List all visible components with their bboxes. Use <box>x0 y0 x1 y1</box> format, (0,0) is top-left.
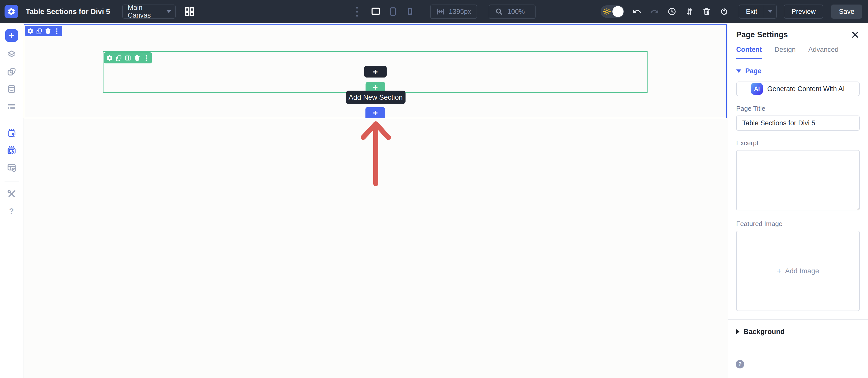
section-more-options-icon[interactable] <box>54 28 60 34</box>
design-presets-icon[interactable] <box>7 67 17 76</box>
row-columns-icon[interactable] <box>124 55 131 61</box>
background-section-label: Background <box>744 328 784 336</box>
close-icon[interactable] <box>850 30 860 39</box>
tools-icon[interactable] <box>7 189 17 199</box>
preview-button[interactable]: Preview <box>784 4 823 19</box>
background-section-toggle[interactable]: Background <box>736 328 860 336</box>
section-settings-icon[interactable] <box>27 28 34 34</box>
add-image-label: Add Image <box>785 267 819 275</box>
theme-toggle[interactable] <box>600 5 624 18</box>
canvas-selector-dropdown[interactable]: Main Canvas <box>122 4 176 19</box>
history-icon[interactable] <box>668 7 677 16</box>
excerpt-label: Excerpt <box>736 139 860 147</box>
help-icon[interactable]: ? <box>7 207 17 216</box>
add-image-dropzone[interactable]: + Add Image <box>736 231 860 311</box>
section-delete-icon[interactable] <box>44 28 52 34</box>
row-settings-icon[interactable] <box>106 55 113 61</box>
exit-button[interactable]: Exit <box>739 4 777 19</box>
plus-icon: + <box>373 83 378 92</box>
panel-title: Page Settings <box>736 30 788 39</box>
responsive-controls: 1395px 100% <box>356 4 536 19</box>
tablet-view-icon[interactable] <box>388 6 398 16</box>
canvas-selector-label: Main Canvas <box>128 4 166 20</box>
plus-icon: + <box>777 267 781 275</box>
add-section-plus-button[interactable]: + <box>366 107 385 118</box>
page-settings-panel: Page Settings Content Design Advanced Pa… <box>728 23 868 378</box>
gear-icon <box>7 7 16 16</box>
zoom-magnifier-icon <box>495 7 503 16</box>
database-icon[interactable] <box>7 84 17 94</box>
add-module-plus-button[interactable]: + <box>364 66 386 77</box>
canvas-width-value: 1395px <box>449 8 471 15</box>
phone-view-icon[interactable] <box>405 6 415 16</box>
add-new-section-tooltip: Add New Section <box>346 91 405 104</box>
annotation-arrow-up <box>354 120 397 187</box>
row-more-options-icon[interactable] <box>143 55 150 61</box>
plus-icon: + <box>373 108 378 117</box>
builder-canvas[interactable]: + + + Add New Section <box>24 23 728 378</box>
trash-icon[interactable] <box>702 7 711 16</box>
add-module-button[interactable]: + <box>5 29 18 42</box>
table-preview-icon[interactable] <box>7 163 17 172</box>
exit-dropdown[interactable] <box>764 10 776 13</box>
section-toolbar <box>25 26 62 36</box>
exit-label: Exit <box>739 8 764 15</box>
sidebar-divider <box>4 181 19 181</box>
zoom-value: 100% <box>507 8 525 15</box>
tab-content[interactable]: Content <box>736 46 762 59</box>
save-label: Save <box>839 8 855 15</box>
undo-icon[interactable] <box>632 7 642 16</box>
page-section-toggle[interactable]: Page <box>736 67 860 75</box>
view-options-menu-icon[interactable] <box>356 7 358 16</box>
canvas-width-input[interactable]: 1395px <box>430 4 477 19</box>
featured-image-label: Featured Image <box>736 220 860 228</box>
row-duplicate-icon[interactable] <box>116 55 122 61</box>
layers-icon[interactable] <box>7 49 17 59</box>
left-sidebar: + ? <box>0 23 24 378</box>
ai-button-label: Generate Content With AI <box>767 85 845 93</box>
question-glyph: ? <box>738 361 742 368</box>
chevron-down-icon <box>166 10 171 13</box>
zoom-input[interactable]: 100% <box>489 4 535 19</box>
desktop-view-icon[interactable] <box>371 6 381 16</box>
tooltip-label: Add New Section <box>348 93 403 101</box>
page-title-input[interactable] <box>736 115 860 131</box>
section-duplicate-icon[interactable] <box>36 28 42 34</box>
sort-arrows-icon[interactable] <box>685 7 694 16</box>
toggle-knob <box>613 6 623 17</box>
list-view-icon[interactable] <box>7 102 17 111</box>
row-outline[interactable]: + + <box>103 51 648 93</box>
click-mode-icon[interactable] <box>7 145 17 155</box>
panel-footer: ? <box>728 350 868 378</box>
width-resize-icon <box>436 7 445 16</box>
row-delete-icon[interactable] <box>133 55 141 61</box>
layout-grid-icon[interactable] <box>184 6 195 17</box>
hover-mode-icon[interactable] <box>7 128 17 138</box>
divi-logo[interactable] <box>4 5 18 19</box>
preview-label: Preview <box>792 8 815 15</box>
tab-design[interactable]: Design <box>775 46 796 59</box>
excerpt-textarea[interactable] <box>736 150 860 210</box>
light-mode-sun-icon <box>602 7 611 16</box>
caret-right-icon <box>736 329 740 334</box>
plus-icon: + <box>9 31 14 40</box>
panel-divider <box>728 319 868 320</box>
page-title: Table Sections for Divi 5 <box>26 7 110 16</box>
page-section-outline[interactable]: + + + <box>24 25 727 118</box>
ai-icon: AI <box>751 83 763 95</box>
portability-icon[interactable] <box>719 7 728 16</box>
question-glyph: ? <box>9 207 14 216</box>
page-title-label: Page Title <box>736 105 860 112</box>
plus-icon: + <box>373 67 378 76</box>
save-button[interactable]: Save <box>831 4 862 19</box>
page-section-label: Page <box>745 67 762 75</box>
panel-help-icon[interactable]: ? <box>736 360 744 369</box>
panel-body: Page Settings Content Design Advanced Pa… <box>728 23 868 350</box>
caret-down-icon <box>736 69 741 73</box>
tab-advanced[interactable]: Advanced <box>808 46 838 59</box>
sidebar-divider <box>4 120 19 120</box>
generate-content-ai-button[interactable]: AI Generate Content With AI <box>736 81 860 96</box>
redo-icon[interactable] <box>650 7 659 16</box>
top-bar: Table Sections for Divi 5 Main Canvas 13… <box>0 0 868 23</box>
row-toolbar <box>104 53 152 63</box>
